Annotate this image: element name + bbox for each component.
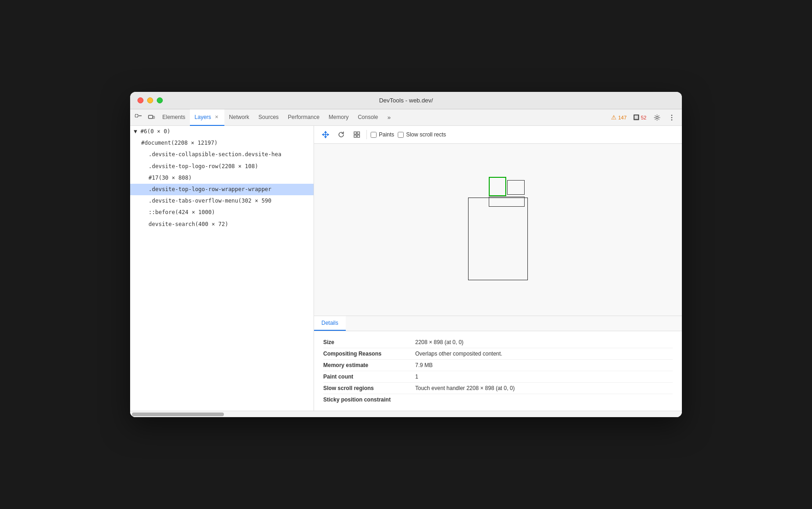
warnings-count: 147 — [618, 115, 626, 120]
layer-label: #6(0 × 0) — [140, 128, 170, 135]
tab-layers-close[interactable]: ✕ — [213, 114, 220, 120]
slow-scroll-checkbox-label[interactable]: Slow scroll rects — [398, 131, 446, 138]
layer-item-id17[interactable]: #17(30 × 808) — [130, 172, 314, 184]
layers-panel[interactable]: ▼ #6(0 × 0) #document(2208 × 12197) .dev… — [130, 126, 314, 411]
layer-label: #document(2208 × 12197) — [141, 140, 217, 146]
devtools-window: DevTools - web.dev/ Elements L — [130, 92, 682, 417]
layers-canvas[interactable] — [314, 144, 682, 316]
detail-row-memory: Memory estimate 7.9 MB — [323, 360, 673, 371]
layer-visualization — [463, 175, 532, 285]
traffic-lights — [137, 97, 163, 103]
detail-row-slow-scroll: Slow scroll regions Touch event handler … — [323, 383, 673, 394]
tabs-right-actions: ⚠ 147 🔲 52 — [609, 111, 680, 124]
minimize-button[interactable] — [147, 97, 153, 103]
errors-badge[interactable]: 🔲 52 — [631, 113, 649, 121]
devtools-body: Elements Layers ✕ Network Sources Perfor… — [130, 109, 682, 417]
scrollbar-thumb[interactable] — [132, 413, 224, 416]
title-bar: DevTools - web.dev/ — [130, 92, 682, 109]
compositing-val: Overlaps other composited content. — [415, 351, 502, 357]
layer-label: ::before(424 × 1000) — [149, 209, 215, 215]
svg-rect-10 — [354, 135, 356, 137]
size-val: 2208 × 898 (at 0, 0) — [415, 339, 463, 345]
warning-icon: ⚠ — [611, 114, 617, 121]
horizontal-scrollbar[interactable] — [130, 411, 682, 417]
size-key: Size — [323, 339, 415, 345]
memory-val: 7.9 MB — [415, 362, 433, 368]
layer-item-root[interactable]: ▼ #6(0 × 0) — [130, 126, 314, 137]
svg-rect-2 — [149, 115, 153, 119]
sticky-key: Sticky position constraint — [323, 396, 415, 403]
layer-item-wrapper[interactable]: .devsite-top-logo-row-wrapper-wrapper — [130, 184, 314, 195]
inner-layer-rect-2 — [507, 180, 525, 195]
detail-row-size: Size 2208 × 898 (at 0, 0) — [323, 337, 673, 348]
warnings-badge[interactable]: ⚠ 147 — [609, 113, 629, 122]
inner-layer-rect-1 — [489, 177, 506, 196]
rotate-mode-button[interactable] — [335, 129, 347, 141]
reset-transform-button[interactable] — [351, 129, 363, 141]
details-content: Size 2208 × 898 (at 0, 0) Compositing Re… — [314, 331, 682, 411]
detail-row-compositing: Compositing Reasons Overlaps other compo… — [323, 348, 673, 360]
details-tab[interactable]: Details — [314, 316, 346, 331]
svg-point-4 — [656, 116, 658, 119]
svg-point-6 — [671, 117, 673, 118]
slow-scroll-label: Slow scroll rects — [406, 131, 446, 138]
layer-item-top-logo-row[interactable]: .devsite-top-logo-row(2208 × 108) — [130, 161, 314, 172]
svg-rect-8 — [354, 132, 356, 134]
tab-memory[interactable]: Memory — [324, 109, 353, 126]
close-button[interactable] — [137, 97, 143, 103]
layer-label: .devsite-top-logo-row-wrapper-wrapper — [149, 186, 271, 192]
details-panel: Details Size 2208 × 898 (at 0, 0) Compos… — [314, 316, 682, 411]
paint-count-key: Paint count — [323, 373, 415, 380]
element-selector-icon[interactable] — [132, 111, 145, 124]
tab-sources[interactable]: Sources — [254, 109, 283, 126]
tabs-bar: Elements Layers ✕ Network Sources Perfor… — [130, 109, 682, 126]
paints-label: Paints — [379, 131, 394, 138]
slow-scroll-checkbox[interactable] — [398, 132, 404, 138]
svg-rect-3 — [153, 116, 154, 119]
svg-rect-0 — [135, 114, 138, 117]
layer-item-tabs-overflow[interactable]: .devsite-tabs-overflow-menu(302 × 590 — [130, 195, 314, 207]
memory-key: Memory estimate — [323, 362, 415, 368]
tab-console[interactable]: Console — [353, 109, 383, 126]
paints-checkbox-label[interactable]: Paints — [371, 131, 394, 138]
inner-layer-rect-3 — [489, 197, 525, 207]
right-panel: Paints Slow scroll rects — [314, 126, 682, 411]
maximize-button[interactable] — [157, 97, 163, 103]
device-toolbar-icon[interactable] — [145, 111, 158, 124]
settings-button[interactable] — [651, 111, 663, 124]
slow-scroll-val: Touch event handler 2208 × 898 (at 0, 0) — [415, 385, 515, 391]
svg-rect-9 — [357, 132, 360, 134]
layer-label: .devsite-collapsible-section.devsite-hea — [149, 151, 281, 158]
svg-point-5 — [671, 114, 673, 116]
layer-item-collapsible[interactable]: .devsite-collapsible-section.devsite-hea — [130, 149, 314, 160]
more-options-button[interactable] — [665, 111, 678, 124]
layer-item-document[interactable]: #document(2208 × 12197) — [130, 137, 314, 149]
svg-point-7 — [671, 119, 673, 120]
compositing-key: Compositing Reasons — [323, 351, 415, 357]
slow-scroll-key: Slow scroll regions — [323, 385, 415, 391]
tab-performance[interactable]: Performance — [283, 109, 324, 126]
paint-count-val: 1 — [415, 373, 418, 380]
layer-label: #17(30 × 808) — [149, 175, 192, 181]
more-tabs-button[interactable]: » — [383, 111, 395, 124]
paints-checkbox[interactable] — [371, 132, 377, 138]
toolbar-divider — [366, 130, 367, 139]
svg-rect-11 — [357, 135, 360, 137]
tab-layers[interactable]: Layers ✕ — [190, 109, 224, 126]
layer-item-before[interactable]: ::before(424 × 1000) — [130, 207, 314, 218]
window-title: DevTools - web.dev/ — [379, 97, 433, 104]
details-tabs: Details — [314, 316, 682, 331]
layers-toolbar: Paints Slow scroll rects — [314, 126, 682, 144]
main-content: ▼ #6(0 × 0) #document(2208 × 12197) .dev… — [130, 126, 682, 411]
detail-row-paint-count: Paint count 1 — [323, 371, 673, 383]
layer-arrow: ▼ — [134, 128, 137, 135]
layer-label: .devsite-top-logo-row(2208 × 108) — [149, 163, 258, 170]
tab-network[interactable]: Network — [224, 109, 254, 126]
layer-label: .devsite-tabs-overflow-menu(302 × 590 — [149, 198, 271, 204]
pan-mode-button[interactable] — [320, 129, 332, 141]
outer-layer-rect — [468, 198, 528, 280]
layer-label: devsite-search(400 × 72) — [149, 221, 228, 227]
tab-elements[interactable]: Elements — [158, 109, 190, 126]
layer-item-search[interactable]: devsite-search(400 × 72) — [130, 219, 314, 230]
detail-row-sticky: Sticky position constraint — [323, 394, 673, 405]
